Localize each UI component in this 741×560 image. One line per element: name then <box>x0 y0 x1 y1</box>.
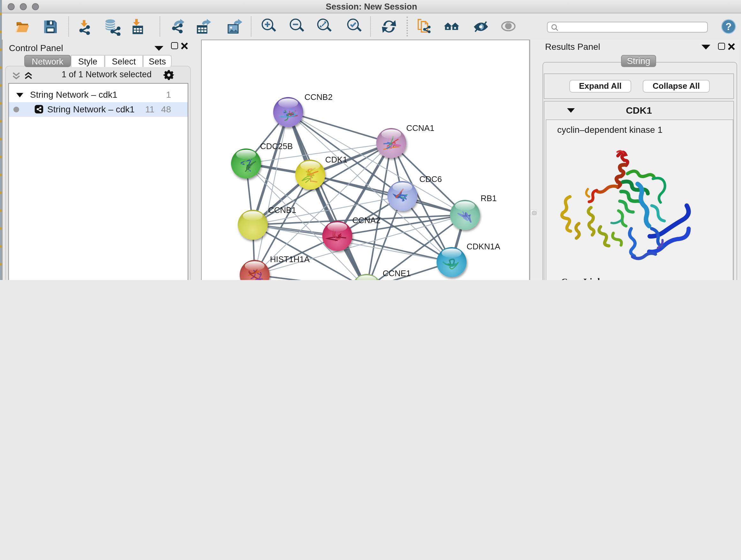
svg-text:CDC25B: CDC25B <box>260 141 293 151</box>
svg-text:CCNE1: CCNE1 <box>383 268 411 278</box>
svg-text:CCNA1: CCNA1 <box>406 123 434 133</box>
svg-text:?: ? <box>725 21 731 32</box>
svg-text:CCNB1: CCNB1 <box>268 205 296 215</box>
svg-text:CDKN1A: CDKN1A <box>467 242 500 251</box>
svg-text:CDK1: CDK1 <box>325 155 347 165</box>
svg-text:CDC6: CDC6 <box>419 174 442 184</box>
svg-text:RB1: RB1 <box>481 193 497 203</box>
svg-text:CCNB2: CCNB2 <box>305 92 333 102</box>
svg-text:HIST1H1A: HIST1H1A <box>270 254 310 264</box>
svg-text:CCNA2: CCNA2 <box>352 215 381 225</box>
